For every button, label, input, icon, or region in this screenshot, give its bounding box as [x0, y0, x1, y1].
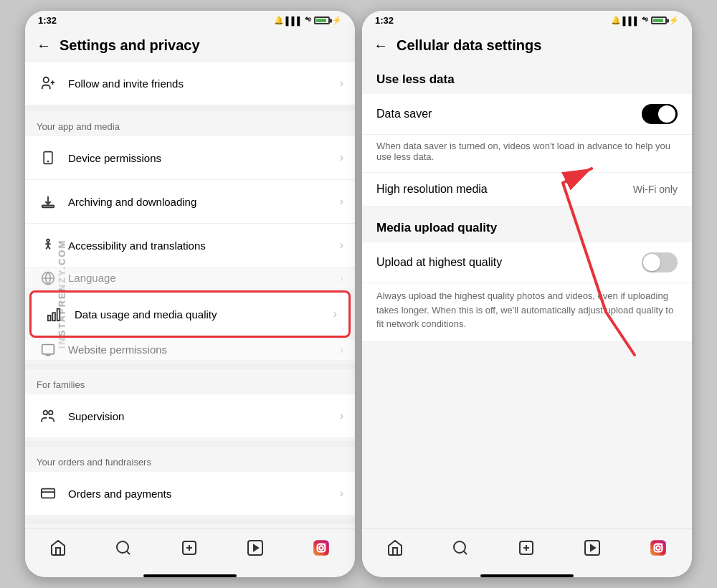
nav-home[interactable] — [38, 536, 78, 559]
battery-icon — [651, 16, 667, 24]
use-less-data-title: Use less data — [362, 61, 692, 94]
upload-quality-row[interactable]: Upload at highest quality — [362, 242, 692, 283]
charging-icon: ⚡ — [669, 16, 679, 25]
archiving-icon — [37, 190, 60, 213]
svg-point-32 — [454, 541, 465, 553]
data-usage-highlighted-container: Data usage and media quality › — [29, 290, 351, 338]
right-status-icons: 🔔 ▌▌▌ ⁴ᵍ ⚡ — [611, 16, 679, 25]
toggle-knob-2 — [643, 254, 660, 271]
signal-bars: ▌▌▌ — [286, 16, 303, 25]
svg-marker-38 — [591, 545, 595, 551]
high-resolution-row[interactable]: High resolution media Wi-Fi only — [362, 173, 692, 207]
families-label: For families — [25, 369, 355, 394]
chevron-icon: › — [340, 239, 343, 252]
nav-add[interactable] — [169, 536, 209, 559]
right-page-title: Cellular data settings — [397, 37, 541, 54]
right-status-bar: 1:32 🔔 ▌▌▌ ⁴ᵍ ⚡ — [362, 11, 692, 30]
left-screen-content: Follow and invite friends › Your app and… — [25, 61, 355, 528]
device-permissions-item[interactable]: Device permissions › — [25, 136, 355, 180]
upload-quality-description: Always upload the highest quality photos… — [362, 283, 692, 342]
svg-point-15 — [44, 411, 48, 415]
data-usage-label: Data usage and media quality — [75, 308, 333, 321]
svg-rect-12 — [42, 344, 54, 354]
media-upload-title: Media upload quality — [362, 207, 692, 242]
website-icon — [37, 339, 60, 361]
language-label: Language — [68, 272, 340, 284]
app-media-section: Your app and media Device permissions › — [25, 111, 355, 361]
svg-point-31 — [325, 544, 326, 545]
high-resolution-value: Wi-Fi only — [633, 184, 678, 195]
device-permissions-icon — [37, 146, 60, 169]
left-status-icons: 🔔 ▌▌▌ ⁴ᵍ ⚡ — [274, 16, 342, 25]
nav-search[interactable] — [103, 536, 143, 559]
language-item[interactable]: Language › — [25, 267, 355, 289]
right-nav-profile[interactable] — [637, 536, 679, 560]
svg-point-21 — [117, 541, 128, 553]
page-title: Settings and privacy — [60, 37, 200, 54]
right-nav-search[interactable] — [440, 536, 480, 559]
upload-quality-toggle[interactable] — [642, 252, 678, 272]
follow-invite-label: Follow and invite friends — [68, 77, 340, 90]
data-saver-label: Data saver — [376, 108, 432, 120]
left-status-time: 1:32 — [38, 15, 57, 26]
svg-rect-39 — [650, 540, 666, 556]
left-status-bar: 1:32 🔔 ▌▌▌ ⁴ᵍ ⚡ — [25, 11, 355, 30]
svg-rect-9 — [48, 316, 51, 321]
orders-icon — [37, 482, 60, 505]
svg-point-42 — [662, 544, 663, 545]
right-nav-add[interactable] — [506, 536, 546, 559]
svg-line-33 — [464, 551, 467, 554]
right-back-button[interactable]: ← — [374, 37, 388, 54]
notification-icon: 🔔 — [611, 16, 621, 25]
svg-point-0 — [44, 77, 49, 82]
right-nav-reels[interactable] — [572, 536, 612, 559]
chevron-icon: › — [340, 409, 343, 422]
orders-payments-item[interactable]: Orders and payments › — [25, 472, 355, 516]
data-usage-item[interactable]: Data usage and media quality › — [32, 293, 348, 336]
supervision-icon — [37, 404, 60, 427]
right-screen-content: Use less data Data saver When data saver… — [362, 61, 692, 528]
nav-profile[interactable] — [300, 536, 342, 560]
left-bottom-nav — [25, 528, 355, 572]
battery-icon — [314, 16, 330, 24]
accessibility-item[interactable]: Accessibility and translations › — [25, 224, 355, 267]
website-permissions-item[interactable]: Website permissions › — [25, 339, 355, 361]
svg-marker-27 — [254, 545, 258, 551]
svg-point-16 — [49, 411, 53, 415]
svg-rect-28 — [313, 540, 329, 556]
chevron-icon: › — [340, 195, 343, 208]
right-nav-home[interactable] — [375, 536, 415, 559]
charging-icon: ⚡ — [332, 16, 342, 25]
chevron-icon: › — [340, 151, 343, 164]
data-saver-description: When data saver is turned on, videos won… — [362, 135, 692, 173]
watermark: INSTAFRENZY.COM — [57, 240, 67, 349]
supervision-label: Supervision — [68, 410, 340, 422]
right-status-time: 1:32 — [375, 15, 394, 26]
svg-rect-5 — [42, 206, 54, 208]
left-phone-screen: 1:32 🔔 ▌▌▌ ⁴ᵍ ⚡ ← Settings and privacy — [25, 11, 355, 577]
archiving-item[interactable]: Archiving and downloading › — [25, 180, 355, 224]
data-saver-row[interactable]: Data saver — [362, 94, 692, 135]
svg-rect-10 — [52, 313, 55, 321]
upload-quality-label: Upload at highest quality — [376, 256, 502, 269]
nav-reels[interactable] — [235, 536, 275, 559]
notification-icon: 🔔 — [274, 16, 284, 25]
follow-icon — [37, 72, 60, 95]
back-button[interactable]: ← — [37, 37, 51, 54]
data-saver-toggle[interactable] — [642, 104, 678, 124]
svg-line-22 — [127, 551, 130, 554]
device-permissions-label: Device permissions — [68, 152, 340, 164]
svg-rect-17 — [42, 489, 54, 498]
orders-payments-label: Orders and payments — [68, 488, 340, 500]
chevron-icon: › — [340, 77, 343, 90]
left-header: ← Settings and privacy — [25, 30, 355, 61]
supervision-item[interactable]: Supervision › — [25, 394, 355, 438]
high-resolution-label: High resolution media — [376, 183, 488, 196]
wifi-icon: ⁴ᵍ — [642, 16, 647, 25]
follow-invite-item[interactable]: Follow and invite friends › — [25, 61, 355, 105]
right-bottom-nav — [362, 528, 692, 572]
svg-point-6 — [47, 240, 49, 242]
archiving-label: Archiving and downloading — [68, 196, 340, 208]
families-section: For families Supervision › — [25, 369, 355, 438]
website-label: Website permissions — [68, 343, 340, 356]
